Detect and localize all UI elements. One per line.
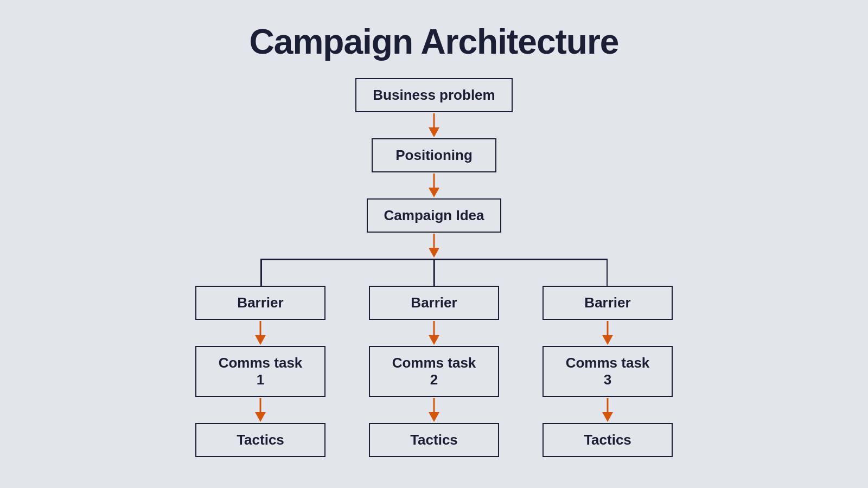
business-problem-box: Business problem xyxy=(355,78,512,112)
svg-marker-7 xyxy=(255,335,266,345)
comms-task-1-box: Comms task 1 xyxy=(195,346,326,397)
arrow-2 xyxy=(426,174,442,197)
branch-col-1: Barrier Comms task 1 Tactics xyxy=(174,286,347,457)
comms-task-2-box: Comms task 2 xyxy=(369,346,499,397)
campaign-idea-box: Campaign Idea xyxy=(367,198,502,233)
tactics-3-box: Tactics xyxy=(542,423,673,457)
tactics-2-box: Tactics xyxy=(369,423,499,457)
tactics-1-box: Tactics xyxy=(195,423,326,457)
arrow-c1 xyxy=(252,398,269,422)
barrier-3-box: Barrier xyxy=(542,286,673,320)
svg-marker-13 xyxy=(429,412,439,422)
svg-marker-3 xyxy=(429,188,439,197)
arrow-c2 xyxy=(426,398,442,422)
arrow-b3 xyxy=(599,321,616,345)
arrow-1 xyxy=(426,113,442,137)
branch-col-2: Barrier Comms task 2 Tactics xyxy=(347,286,521,457)
arrow-c3 xyxy=(599,398,616,422)
h-connector xyxy=(174,259,694,286)
comms-task-3-box: Comms task 3 xyxy=(542,346,673,397)
arrow-3 xyxy=(426,234,442,258)
arrow-b1 xyxy=(252,321,269,345)
svg-marker-17 xyxy=(602,412,613,422)
svg-marker-11 xyxy=(429,335,439,345)
svg-marker-1 xyxy=(429,127,439,137)
branch-row: Barrier Comms task 1 Tactics xyxy=(0,286,868,457)
branch-col-3: Barrier Comms task 3 Tactics xyxy=(521,286,694,457)
svg-marker-5 xyxy=(429,248,439,258)
positioning-box: Positioning xyxy=(372,138,496,172)
arrow-b2 xyxy=(426,321,442,345)
barrier-2-box: Barrier xyxy=(369,286,499,320)
svg-marker-9 xyxy=(255,412,266,422)
barrier-1-box: Barrier xyxy=(195,286,326,320)
page-title: Campaign Architecture xyxy=(250,22,619,62)
svg-marker-15 xyxy=(602,335,613,345)
